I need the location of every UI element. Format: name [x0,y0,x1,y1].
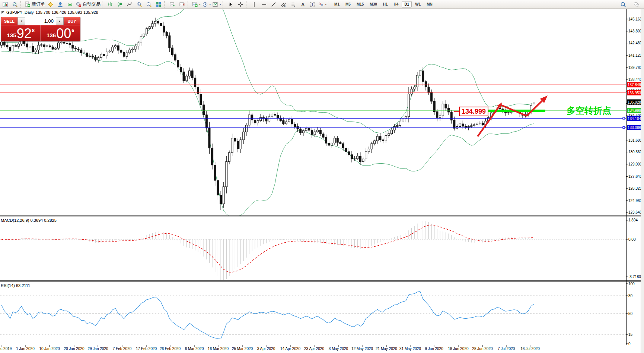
cursor-button[interactable] [226,1,236,8]
arrows-tool-dropdown-arrow[interactable]: ▾ [325,3,327,6]
community-button[interactable] [55,1,65,8]
chat-button[interactable] [632,1,641,8]
horizontal-line-tool-button[interactable] [259,1,269,8]
buy-button[interactable]: BUY [64,17,80,25]
toolbar-right-group [618,1,641,8]
text-tool-button[interactable]: A [298,1,307,8]
bullish-candle [271,114,273,117]
bearish-candle [177,60,179,67]
community-icon [57,1,63,7]
date-label: 23 Dec 2019 [0,347,12,351]
bearish-candle [211,148,213,165]
new-order-button[interactable]: 新订单 [24,1,46,8]
timeframe-h4-button[interactable]: H4 [391,1,401,7]
volume-increase-button[interactable]: ▲ [56,17,63,25]
bullish-candle [186,76,188,81]
zoom-out-button[interactable] [144,1,154,8]
bearish-candle [274,114,276,116]
timeframe-w1-button[interactable]: W1 [412,1,423,7]
bearish-candle [300,129,302,133]
bearish-candle [72,45,74,48]
chart-canvas[interactable]: 145.160143.800142.480141.120139.760138.4… [0,0,644,353]
candle-chart-mode-icon [117,1,123,7]
text-label-tool-button[interactable]: T [307,1,317,8]
text-label-tool-icon: T [309,1,315,7]
price-tick-label: 123.640 [628,210,642,214]
bar-chart-mode-button[interactable] [105,1,115,8]
indicators-list-button[interactable]: ▾ [191,1,201,8]
crosshair-button[interactable] [236,1,245,8]
volume-value[interactable]: 1.00 [25,17,56,25]
signals-button[interactable] [65,1,75,8]
bearish-candle [194,78,196,87]
timeframe-m1-button[interactable]: M1 [332,1,342,7]
price-tick-label: 141.120 [628,53,642,57]
indicators-list-dropdown-arrow[interactable]: ▾ [199,3,201,6]
bullish-candle [106,52,108,56]
auto-scroll-button[interactable] [168,1,177,8]
bullish-candle [385,135,387,141]
equidistant-channel-tool-button[interactable]: E [278,1,288,8]
timeframe-h1-button[interactable]: H1 [380,1,390,7]
tile-windows-button[interactable] [154,1,163,8]
timeframe-mn-button[interactable]: MN [424,1,435,7]
timeframe-m15-button[interactable]: M15 [354,1,366,7]
bearish-candle [328,143,330,145]
bearish-candle [166,32,168,36]
sell-button[interactable]: SELL [1,17,17,25]
line-chart-mode-button[interactable] [125,1,134,8]
bullish-candle [1,42,3,45]
price-tick-label: 142.480 [628,41,642,45]
arrows-tool-button[interactable]: ▾ [317,1,328,8]
periods-button[interactable]: ▾ [201,1,212,8]
bullish-candle [416,75,418,87]
rsi-tick-label: 80 [628,294,633,298]
price-tick-label: 129.000 [628,162,642,166]
timeframe-m5-button[interactable]: M5 [343,1,353,7]
templates-dropdown-arrow[interactable]: ▾ [220,3,221,6]
new-chart-button[interactable] [0,1,10,8]
bullish-candle [288,119,290,122]
hline-handle[interactable] [623,127,625,129]
price-tag-text: 136.953 [628,91,641,95]
bearish-candle [450,112,452,120]
chat-icon [634,1,640,7]
bearish-candle [291,119,293,124]
date-label: 12 May 2020 [351,347,373,351]
bullish-candle [257,121,259,123]
search-icon [620,1,626,7]
trendline-tool-icon [271,1,277,7]
date-label: 29 Jan 2020 [87,347,108,351]
bearish-candle [311,130,313,135]
timeframe-d1-button[interactable]: D1 [402,1,412,7]
fibonacci-tool-icon: F [290,1,296,7]
metaeditor-button[interactable] [46,1,55,8]
bearish-candle [479,123,481,123]
periods-dropdown-arrow[interactable]: ▾ [210,3,211,6]
bullish-candle [137,43,139,46]
buy-price-button[interactable]: 136 00 6 [41,25,80,41]
candle-chart-mode-button[interactable] [115,1,125,8]
bullish-candle [115,45,117,47]
chart-shift-button[interactable] [177,1,187,8]
timeframe-m30-button[interactable]: M30 [367,1,379,7]
bearish-candle [342,144,344,148]
hline-handle[interactable] [623,117,625,119]
vertical-line-tool-button[interactable] [249,1,259,8]
trendline-tool-button[interactable] [269,1,278,8]
bearish-candle [120,50,122,53]
profiles-button[interactable] [10,1,20,8]
sell-price-button[interactable]: 135 92 8 [1,25,41,41]
zoom-in-button[interactable] [134,1,144,8]
search-button[interactable] [618,1,628,8]
autotrading-button[interactable]: 自动交易 [75,1,101,8]
equidistant-channel-tool-icon: E [280,1,286,7]
bearish-candle [163,26,165,32]
volume-decrease-button[interactable]: ▼ [18,17,25,25]
toolbar-separator [246,1,249,8]
bullish-candle [473,125,475,126]
bullish-candle [89,56,91,57]
templates-button[interactable]: ▾ [211,1,222,8]
fibonacci-tool-button[interactable]: F [288,1,298,8]
bullish-candle [98,58,99,60]
